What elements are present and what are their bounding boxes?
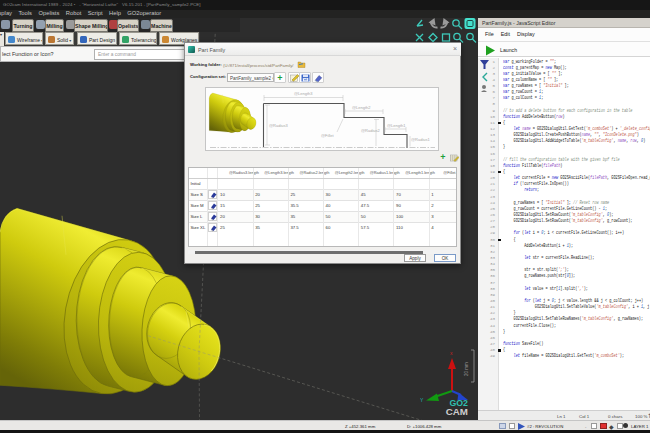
svg-text:@Radius3: @Radius3 <box>269 123 289 128</box>
svg-text:@Length3: @Length3 <box>294 91 313 96</box>
svg-text:@Radius1: @Radius1 <box>411 137 431 142</box>
svg-text:x: x <box>450 350 453 356</box>
svg-text:@Radius2: @Radius2 <box>361 128 381 133</box>
svg-text:@Fillet: @Fillet <box>321 133 334 138</box>
svg-text:@Length2: @Length2 <box>352 105 371 110</box>
svg-text:@Length1: @Length1 <box>387 123 406 128</box>
svg-text:20 mm: 20 mm <box>464 361 469 375</box>
svg-text:Y: Y <box>420 397 424 403</box>
